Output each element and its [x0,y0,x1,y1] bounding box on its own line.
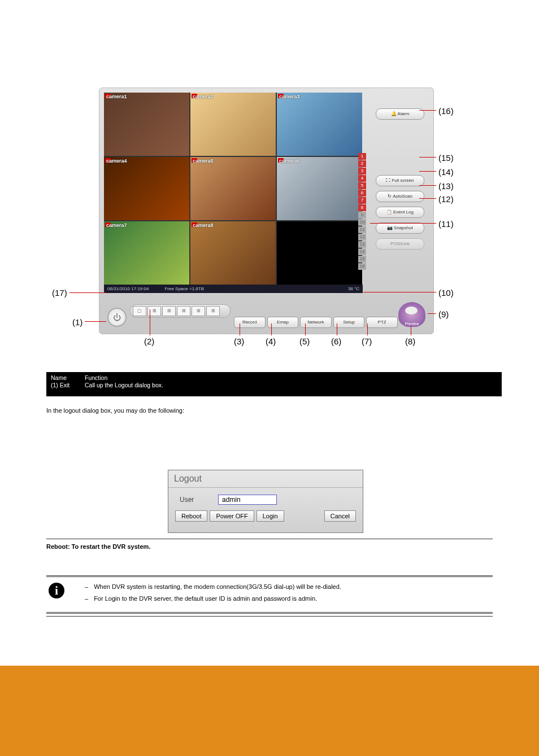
camera-tile-6[interactable]: camera6 [277,157,362,220]
channel-9[interactable]: 9 [358,212,366,219]
leader-8 [411,326,411,335]
power-icon: ⏻ [113,313,121,322]
alarm-button[interactable]: 🔔Alarm [376,108,424,120]
leader-1 [85,321,106,322]
callout-14: (14) [438,167,454,177]
poweroff-button[interactable]: Power OFF [210,510,254,522]
callout-1: (1) [72,317,82,327]
split-13[interactable]: ⊞ [177,306,190,316]
leader-3 [240,324,240,335]
ptz-button[interactable]: PTZ [366,317,398,328]
info-note: i –When DVR system is restarting, the mo… [46,573,493,619]
callout-2: (2) [144,337,154,346]
leader-11 [370,223,436,224]
callout-4: (4) [266,337,276,346]
channel-15[interactable]: 15 [358,256,366,263]
callout-5: (5) [299,337,310,346]
eventlog-button[interactable]: 📋Event Log [376,207,424,218]
split-9[interactable]: ⊞ [162,306,176,316]
exit-button[interactable]: ⏻ [107,308,127,327]
pos-button[interactable]: POS/Live [376,238,424,250]
col-function: Function [85,374,107,382]
logout-title: Logout [168,470,363,488]
status-freespace: Free Space =1.8TB [164,286,204,291]
callout-11: (11) [438,219,454,229]
preview-button[interactable]: Preview [398,302,425,327]
callout-3: (3) [234,337,244,346]
alarm-icon: 🔔 [391,109,397,119]
status-temp: 38 °C [348,286,359,291]
split-layout-bar[interactable]: ▢ ⊞ ⊞ ⊞ ⊞ ⊞ [130,304,231,318]
callout-7: (7) [362,337,372,346]
info-line2: For Login to the DVR server, the default… [94,595,317,603]
callout-16: (16) [438,106,454,116]
camera-tile-7[interactable]: camera7 [104,221,189,285]
right-button-panel: 🔔Alarm ⛶Full screen ↻AutoScan 📋Event Log… [376,93,424,250]
channel-1[interactable]: 1 [358,153,366,160]
channel-4[interactable]: 4 [358,175,366,182]
callout-17: (17) [52,288,67,298]
channel-12[interactable]: 12 [358,234,366,241]
channel-10[interactable]: 10 [358,219,366,226]
callout-10: (10) [438,288,454,298]
leader-2 [150,309,150,335]
leader-9 [428,313,436,314]
row-exit-desc: Call up the Logout dialog box. [85,382,163,389]
channel-14[interactable]: 14 [358,248,366,255]
cancel-button[interactable]: Cancel [324,510,356,522]
dvr-ui-screenshot: camera1 camera2 camera3 camera4 camera5 … [99,88,434,334]
split-more[interactable]: ⊞ [206,306,220,316]
callout-13: (13) [438,181,454,191]
footer-band [0,666,539,756]
channel-5[interactable]: 5 [358,182,366,189]
channel-13[interactable]: 13 [358,241,366,248]
leader-17 [69,292,106,293]
camera-tile-4[interactable]: camera4 [104,157,189,220]
record-button[interactable]: Record [234,317,266,328]
log-icon: 📋 [386,207,392,217]
user-label: User [180,496,208,504]
reboot-button[interactable]: Reboot [175,510,207,522]
channel-2[interactable]: 2 [358,160,366,167]
camera-tile-1[interactable]: camera1 [104,93,189,156]
channel-6[interactable]: 6 [358,190,366,196]
callout-15: (15) [438,153,454,163]
callout-9: (9) [438,309,449,319]
leader-16 [419,110,436,111]
user-field[interactable]: admin [218,495,277,505]
camera-tile-2[interactable]: camera2 [190,93,276,156]
camera-tile-5[interactable]: camera5 [190,157,276,220]
camera-tile-3[interactable]: camera3 [277,93,362,156]
intro-text: In the logout dialog box, you may do the… [46,407,493,415]
channel-11[interactable]: 11 [358,226,366,233]
setup-button[interactable]: Setup [333,317,365,328]
fullscreen-button[interactable]: ⛶Full screen [376,175,424,186]
status-bar: 08/31/2010 17:19:04 Free Space =1.8TB 38… [104,285,363,293]
leader-4 [271,324,272,335]
reboot-desc: Reboot: To restart the DVR system. [46,535,493,551]
channel-3[interactable]: 3 [358,168,366,174]
channel-8[interactable]: 8 [358,204,366,211]
cycle-icon: ↻ [388,191,392,202]
leader-13 [419,185,436,186]
fullscreen-icon: ⛶ [386,176,390,186]
info-icon: i [49,583,64,598]
callout-8: (8) [405,337,415,346]
camera-tile-9[interactable] [277,221,362,285]
status-datetime: 08/31/2010 17:19:04 [107,286,149,291]
logout-dialog: Logout User admin Reboot Power OFF Login… [168,470,363,533]
col-name: Name [51,374,85,382]
split-1[interactable]: ▢ [133,306,146,316]
camera-tile-8[interactable]: camera8 [190,221,276,285]
leader-10 [363,292,436,292]
channel-16[interactable]: 16 [358,263,366,270]
leader-15 [419,157,436,158]
autoscan-button[interactable]: ↻AutoScan [376,191,424,202]
channel-selector[interactable]: 1 2 3 4 5 6 7 8 9 10 11 12 13 14 15 16 [358,153,366,270]
leader-14 [419,171,436,172]
split-16[interactable]: ⊞ [192,306,205,316]
channel-7[interactable]: 7 [358,197,366,204]
login-button[interactable]: Login [257,510,284,522]
snapshot-button[interactable]: 📷Snapshot [376,222,424,234]
row-exit-title: (1) Exit [51,382,85,389]
